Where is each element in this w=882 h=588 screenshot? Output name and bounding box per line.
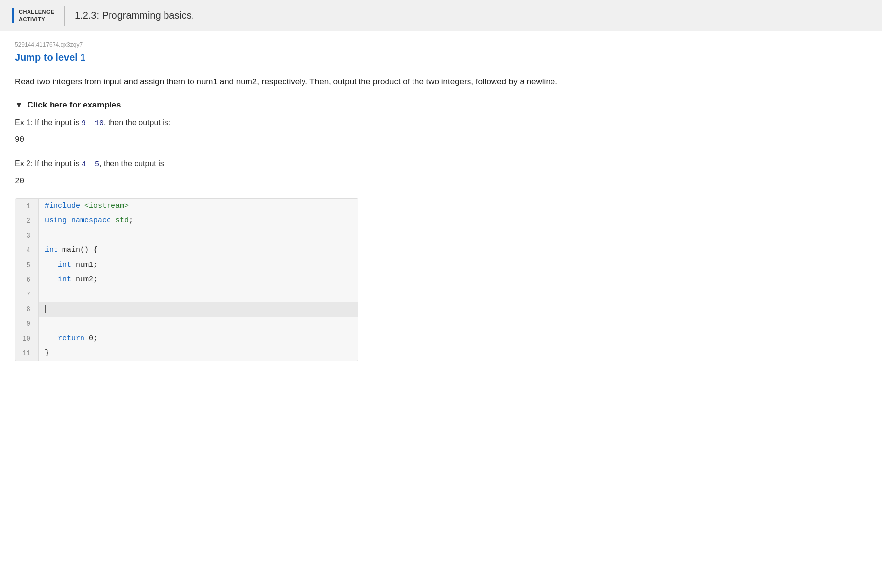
line-number-7: 7: [15, 287, 39, 302]
code-line-3: 3: [15, 228, 358, 243]
code-content-10[interactable]: return 0;: [39, 333, 104, 344]
line-number-10: 10: [15, 331, 39, 346]
line-number-4: 4: [15, 243, 39, 258]
line-number-1: 1: [15, 199, 39, 214]
code-line-9: 9: [15, 317, 358, 331]
code-content-9[interactable]: [39, 319, 55, 329]
line-number-5: 5: [15, 258, 39, 272]
example-2-input: 4 5: [82, 160, 99, 169]
problem-description: Read two integers from input and assign …: [15, 75, 673, 88]
code-line-4: 4 int main() {: [15, 243, 358, 258]
code-line-1: 1 #include <iostream>: [15, 199, 358, 214]
line-number-11: 11: [15, 346, 39, 361]
code-line-8[interactable]: 8: [15, 302, 358, 317]
line-number-8: 8: [15, 302, 39, 317]
challenge-label-text: CHALLENGE ACTIVITY: [19, 8, 55, 23]
code-content-5[interactable]: int num1;: [39, 260, 104, 270]
example-1-label: Ex 1: If the input is 9 10, then the out…: [15, 116, 673, 130]
toggle-arrow: ▼: [15, 100, 23, 109]
header-divider: [64, 6, 65, 26]
example-2-output: 20: [15, 174, 673, 188]
code-line-10: 10 return 0;: [15, 331, 358, 346]
header-title: 1.2.3: Programming basics.: [75, 10, 194, 21]
code-content-8[interactable]: [39, 304, 52, 314]
code-content-7[interactable]: [39, 289, 55, 299]
code-content-4[interactable]: int main() {: [39, 245, 104, 255]
examples-toggle[interactable]: ▼ Click here for examples: [15, 100, 673, 110]
example-2: Ex 2: If the input is 4 5, then the outp…: [15, 157, 673, 188]
code-content-2[interactable]: using namespace std;: [39, 215, 139, 226]
code-content-11[interactable]: }: [39, 348, 55, 358]
code-line-11: 11 }: [15, 346, 358, 361]
examples-toggle-label: Click here for examples: [25, 100, 121, 109]
line-number-6: 6: [15, 272, 39, 287]
example-1: Ex 1: If the input is 9 10, then the out…: [15, 116, 673, 147]
code-content-1[interactable]: #include <iostream>: [39, 201, 135, 211]
code-line-6: 6 int num2;: [15, 272, 358, 287]
code-content-6[interactable]: int num2;: [39, 274, 104, 285]
jump-to-level-link[interactable]: Jump to level 1: [15, 52, 673, 63]
code-editor[interactable]: 1 #include <iostream> 2 using namespace …: [15, 198, 358, 361]
example-2-label: Ex 2: If the input is 4 5, then the outp…: [15, 157, 673, 171]
line-number-3: 3: [15, 228, 39, 243]
example-1-input: 9 10: [82, 119, 104, 128]
code-line-5: 5 int num1;: [15, 258, 358, 272]
line-number-9: 9: [15, 317, 39, 331]
cursor: [45, 305, 46, 313]
code-line-7: 7: [15, 287, 358, 302]
page-header: CHALLENGE ACTIVITY 1.2.3: Programming ba…: [0, 0, 882, 31]
line-number-2: 2: [15, 214, 39, 228]
challenge-label: CHALLENGE ACTIVITY: [12, 8, 55, 23]
code-line-2: 2 using namespace std;: [15, 214, 358, 228]
code-content-3[interactable]: [39, 230, 55, 241]
session-id: 529144.4117674.qx3zqy7: [15, 41, 673, 48]
example-1-output: 90: [15, 133, 673, 147]
main-content: 529144.4117674.qx3zqy7 Jump to level 1 R…: [0, 31, 688, 381]
